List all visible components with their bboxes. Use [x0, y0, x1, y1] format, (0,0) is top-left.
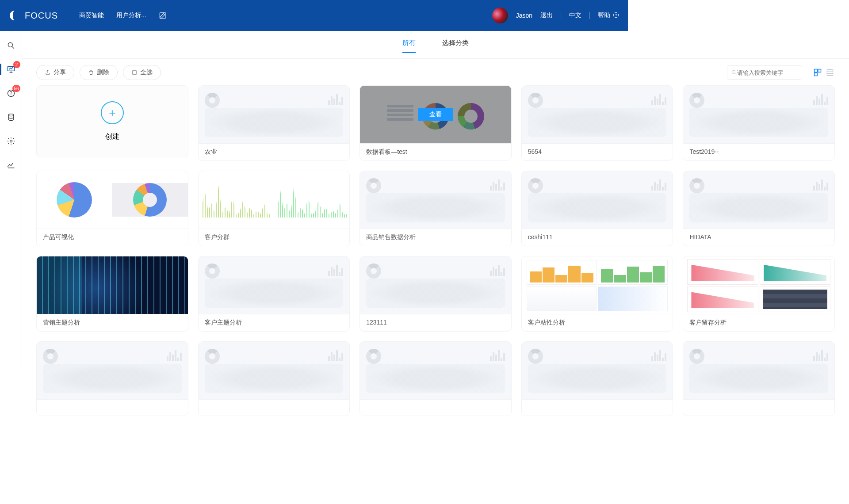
card-thumbnail — [360, 171, 511, 229]
card-thumbnail — [522, 342, 628, 371]
dashboard-card[interactable]: 5654 — [521, 85, 628, 161]
dashboard-card[interactable]: 123111 — [359, 256, 512, 332]
avatar[interactable] — [492, 8, 508, 23]
logout-link[interactable]: 退出 — [540, 11, 553, 19]
help-link[interactable]: 帮助 ? — [598, 11, 619, 19]
card-thumbnail — [199, 342, 350, 371]
toolbar: 分享 删除 全选 — [22, 59, 628, 84]
edit-icon[interactable] — [159, 11, 167, 19]
svg-point-3 — [8, 42, 12, 47]
svg-text:?: ? — [615, 13, 617, 17]
sidebar-data[interactable] — [5, 111, 17, 123]
dashboard-card[interactable]: ceshi111 — [521, 171, 628, 246]
svg-point-10 — [8, 114, 14, 116]
card-thumbnail — [37, 171, 188, 229]
card-thumbnail: 查看 — [360, 86, 511, 143]
card-title: ceshi111 — [522, 229, 628, 245]
tab-all[interactable]: 所有 — [402, 39, 416, 53]
svg-rect-0 — [160, 12, 166, 19]
card-thumbnail — [199, 171, 350, 229]
card-thumbnail — [522, 256, 628, 314]
trend-line-icon — [7, 160, 15, 169]
card-title: 产品可视化 — [37, 229, 188, 246]
dashboard-card[interactable]: 产品可视化 — [36, 171, 188, 246]
card-thumbnail — [522, 171, 628, 229]
help-circle-icon: ? — [613, 12, 619, 18]
view-button[interactable]: 查看 — [418, 108, 453, 121]
delete-button[interactable]: 删除 — [80, 65, 118, 80]
card-thumbnail — [522, 86, 628, 143]
card-overlay: 查看 — [360, 86, 511, 143]
create-card[interactable]: + 创建 — [36, 85, 188, 157]
brand-text: FOCUS — [25, 11, 58, 21]
dashboard-card[interactable]: 客户分群 — [198, 171, 350, 246]
nav-item-user-analysis[interactable]: 用户分析... — [116, 11, 146, 19]
sidebar: 2 ? 56 — [0, 31, 22, 371]
square-icon — [131, 69, 138, 76]
card-title: 农业 — [199, 143, 350, 160]
card-title: 客户主题分析 — [199, 314, 350, 331]
card-title: 数据看板—test — [360, 143, 511, 160]
select-all-button[interactable]: 全选 — [123, 65, 161, 80]
svg-point-11 — [10, 140, 12, 142]
dashboard-card[interactable] — [198, 341, 350, 371]
dashboard-card[interactable]: 商品销售数据分析 — [359, 171, 512, 246]
header-right: Jason 退出 中文 帮助 ? — [492, 8, 619, 23]
gear-icon — [7, 137, 15, 145]
language-toggle[interactable]: 中文 — [569, 11, 581, 19]
card-title: 商品销售数据分析 — [360, 229, 511, 246]
card-thumbnail — [360, 256, 511, 314]
dashboard-card[interactable]: 农业 — [198, 85, 350, 161]
svg-text:?: ? — [10, 91, 12, 95]
sidebar-questions[interactable]: ? 56 — [5, 88, 17, 99]
nav-item-business[interactable]: 商贸智能 — [79, 11, 104, 19]
sidebar-settings[interactable] — [5, 135, 17, 147]
dashboard-card[interactable]: 查看 数据看板—test — [359, 85, 512, 161]
create-label: 创建 — [105, 132, 119, 141]
header-nav: 商贸智能 用户分析... — [79, 11, 167, 19]
badge-dashboards: 2 — [13, 61, 20, 68]
search-icon — [7, 41, 15, 50]
dashboard-card[interactable]: 客户主题分析 — [198, 256, 350, 332]
dashboard-card[interactable] — [36, 341, 188, 371]
header: FOCUS 商贸智能 用户分析... Jason 退出 中文 帮助 ? — [0, 0, 628, 31]
database-icon — [7, 113, 15, 122]
card-title: 5654 — [522, 143, 628, 160]
card-thumbnail — [199, 86, 350, 143]
divider — [589, 12, 590, 19]
sidebar-dashboards[interactable]: 2 — [5, 64, 17, 75]
card-title: 客户分群 — [199, 229, 350, 246]
badge-questions: 56 — [12, 85, 20, 92]
sidebar-analytics[interactable] — [5, 159, 17, 171]
tabs: 所有 选择分类 — [22, 31, 628, 59]
tab-category[interactable]: 选择分类 — [442, 39, 469, 53]
card-title: 123111 — [360, 314, 511, 330]
main: 所有 选择分类 分享 删除 全选 — [22, 31, 628, 371]
logo-icon — [9, 10, 20, 21]
card-thumbnail — [360, 342, 511, 371]
card-title: 客户粘性分析 — [522, 314, 628, 331]
card-title: 营销主题分析 — [37, 314, 188, 331]
share-button[interactable]: 分享 — [36, 65, 74, 80]
dashboard-card[interactable]: 客户粘性分析 — [521, 256, 628, 332]
svg-line-4 — [12, 47, 14, 49]
logo[interactable]: FOCUS — [9, 10, 58, 21]
sidebar-search[interactable] — [5, 40, 17, 51]
card-thumbnail — [37, 342, 188, 371]
divider — [561, 12, 561, 19]
username[interactable]: Jason — [516, 12, 532, 19]
card-thumbnail — [199, 256, 350, 314]
dashboard-grid: + 创建 农业查看 数据看板—test 5654 Test2019-- 产品可视… — [22, 84, 628, 371]
trash-icon — [88, 69, 94, 76]
share-icon — [45, 69, 51, 76]
dashboard-card[interactable]: 营销主题分析 — [36, 256, 188, 332]
dashboard-card[interactable] — [521, 341, 628, 371]
svg-rect-13 — [133, 71, 136, 74]
dashboard-card[interactable] — [359, 341, 512, 371]
plus-circle-icon: + — [101, 101, 124, 124]
card-thumbnail — [37, 256, 188, 314]
